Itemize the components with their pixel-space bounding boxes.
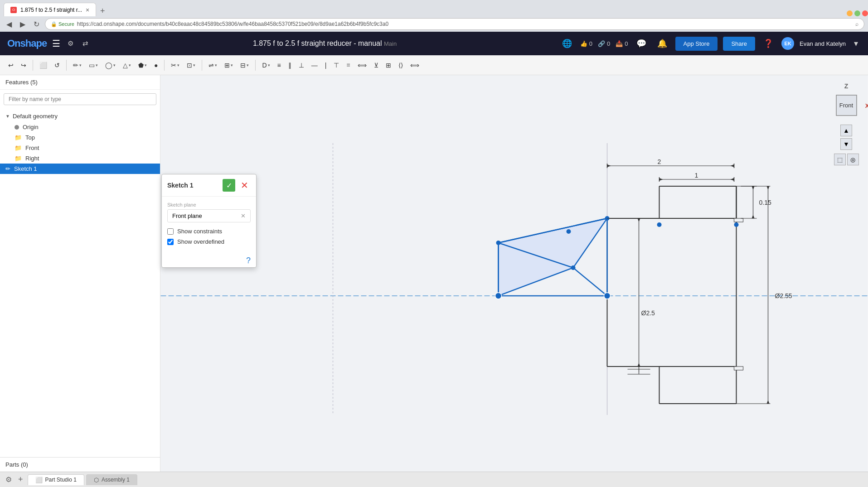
feature-item-right[interactable]: 📁 Right	[0, 153, 160, 164]
new-tab-button[interactable]: +	[97, 5, 108, 16]
lock-icon: 🔒	[51, 21, 57, 27]
paste-button[interactable]: ↺	[52, 60, 63, 71]
part-studio-label: Part Studio 1	[45, 477, 77, 483]
svg-point-30	[657, 222, 662, 227]
globe-icon[interactable]: 🌐	[559, 37, 575, 50]
copy-button[interactable]: ⬜	[37, 60, 50, 71]
sketch-toolbar: ↩ ↪ ⬜ ↺ ✏▾ ▭▾ ◯▾ △▾ ⬟▾ ● ✂▾ ⊡▾ ⇌▾ ⊞▾ ⊟▾ …	[0, 55, 868, 75]
thumb-up-icon[interactable]: 👍	[580, 40, 587, 47]
move-button[interactable]: ⊟▾	[238, 60, 252, 71]
menu-hamburger-icon[interactable]: ☰	[52, 38, 60, 49]
refresh-button[interactable]: ↻	[31, 19, 42, 29]
coincident-constraint[interactable]: ⊥	[296, 60, 307, 71]
link-icon[interactable]: 🔗	[598, 40, 605, 47]
link-count: 0	[607, 40, 610, 47]
dialog-actions: ✓ ✕	[223, 179, 251, 192]
rectangle-button[interactable]: ▭▾	[86, 60, 101, 71]
dialog-confirm-button[interactable]: ✓	[223, 179, 235, 192]
perpendicular-constraint[interactable]: ⊤	[331, 60, 342, 71]
polygon-button[interactable]: ⬟▾	[136, 60, 150, 71]
feature-search-input[interactable]	[4, 93, 156, 105]
tab-close-button[interactable]: ×	[86, 6, 89, 14]
cube-up-button[interactable]: ▲	[840, 125, 852, 136]
show-overdefined-checkbox[interactable]	[167, 239, 174, 245]
forward-button[interactable]: ▶	[17, 19, 28, 29]
toolbar-icon-2[interactable]: ⇄	[81, 38, 90, 49]
plane-clear-icon[interactable]: ✕	[241, 212, 246, 219]
user-avatar[interactable]: EK	[781, 37, 794, 50]
chevron-down-icon[interactable]: ▾	[851, 37, 861, 50]
circle-button[interactable]: ◯▾	[102, 60, 118, 71]
sketch-plane-selector[interactable]: Front plane ✕	[167, 209, 251, 222]
default-geometry-header[interactable]: ▼ Default geometry	[0, 111, 160, 122]
feature-item-sketch1[interactable]: ✏ Sketch 1	[0, 164, 160, 174]
feature-item-front[interactable]: 📁 Front	[0, 143, 160, 153]
toolbar-separator-5	[255, 60, 256, 71]
show-constraints-checkbox[interactable]	[167, 228, 174, 235]
app-bar: Onshape ☰ ⚙ ⇄ 1.875 f to 2.5 f straight …	[0, 32, 868, 55]
close-button[interactable]	[862, 10, 868, 16]
mirror-button[interactable]: ⇌▾	[206, 60, 220, 71]
trim-button[interactable]: ✂▾	[168, 60, 182, 71]
vertical-constraint[interactable]: |	[322, 60, 330, 71]
assembly-tab[interactable]: ⬡ Assembly 1	[86, 474, 137, 485]
bell-icon[interactable]: 🔔	[655, 37, 670, 50]
download-count: 0	[625, 40, 628, 47]
constraint-tool[interactable]: ⊻	[371, 60, 381, 71]
dialog-cancel-button[interactable]: ✕	[238, 179, 251, 192]
add-tab-button[interactable]: +	[15, 474, 26, 485]
view-cube-face[interactable]: Front X	[832, 91, 861, 120]
canvas[interactable]: 2 1 0.15 Ø2.55	[160, 75, 868, 472]
offset-button[interactable]: ⊡▾	[184, 60, 198, 71]
feature-item-front-label: Front	[25, 145, 39, 151]
equal2-constraint[interactable]: =	[344, 60, 353, 71]
canvas-svg: 2 1 0.15 Ø2.55	[160, 75, 868, 472]
show-overdefined-label: Show overdefined	[177, 238, 224, 245]
horizontal-constraint[interactable]: —	[309, 60, 320, 71]
folder-icon-right: 📁	[15, 155, 22, 162]
equal-constraint[interactable]: ≡	[275, 60, 284, 71]
constraint-tool-2[interactable]: ⟨⟩	[396, 60, 406, 71]
feature-item-top[interactable]: 📁 Top	[0, 132, 160, 143]
dim-0-15-label: 0.15	[759, 199, 771, 206]
chat-icon[interactable]: 💬	[634, 37, 649, 50]
back-button[interactable]: ◀	[4, 19, 15, 29]
settings-icon[interactable]: ⚙	[4, 473, 14, 486]
cube-ctrl-2[interactable]: ◎	[847, 154, 859, 165]
onshape-logo[interactable]: Onshape	[7, 38, 47, 49]
dimension-button[interactable]: D▾	[259, 60, 272, 71]
sketch-icon: ✏	[5, 165, 10, 172]
show-constraints-row: Show constraints	[167, 228, 251, 235]
app-store-button[interactable]: App Store	[675, 37, 718, 51]
undo-button[interactable]: ↩	[5, 60, 16, 71]
redo-button[interactable]: ↪	[18, 60, 29, 71]
linear-pattern-button[interactable]: ⊞▾	[222, 60, 236, 71]
arc-button[interactable]: △▾	[120, 60, 134, 71]
cube-ctrl-1[interactable]: ⬚	[834, 154, 846, 165]
symmetric-constraint[interactable]: ⟺	[355, 60, 369, 71]
like-count: 0	[589, 40, 592, 47]
point-button[interactable]: ●	[151, 60, 160, 71]
url-bar[interactable]: 🔒 Secure https://cad.onshape.com/documen…	[45, 18, 864, 30]
address-search-icon: ⌕	[855, 21, 858, 27]
help-icon[interactable]: ❓	[761, 37, 776, 50]
svg-point-26	[604, 293, 611, 299]
dialog-help-icon[interactable]: ?	[162, 254, 256, 267]
line-button[interactable]: ✏▾	[70, 60, 84, 71]
active-tab[interactable]: O 1.875 f to 2.5 f straight r... ×	[4, 3, 96, 16]
measure-button[interactable]: ⟺	[407, 60, 422, 71]
maximize-button[interactable]	[854, 10, 860, 16]
feature-item-origin-label: Origin	[23, 124, 39, 130]
cube-down-button[interactable]: ▼	[840, 138, 852, 150]
x-axis-label: X	[865, 102, 868, 109]
minimize-button[interactable]	[847, 10, 853, 16]
parallel-constraint[interactable]: ∥	[286, 60, 294, 71]
download-icon[interactable]: 📥	[616, 40, 623, 47]
auto-constraint[interactable]: ⊞	[383, 60, 394, 71]
part-studio-tab[interactable]: ⬜ Part Studio 1	[28, 474, 84, 485]
browser-chrome: O 1.875 f to 2.5 f straight r... × + ◀ ▶…	[0, 0, 868, 32]
link-group: 🔗 0	[598, 40, 610, 47]
share-button[interactable]: Share	[723, 37, 755, 51]
feature-item-origin[interactable]: Origin	[0, 122, 160, 132]
toolbar-icon-1[interactable]: ⚙	[66, 38, 75, 49]
